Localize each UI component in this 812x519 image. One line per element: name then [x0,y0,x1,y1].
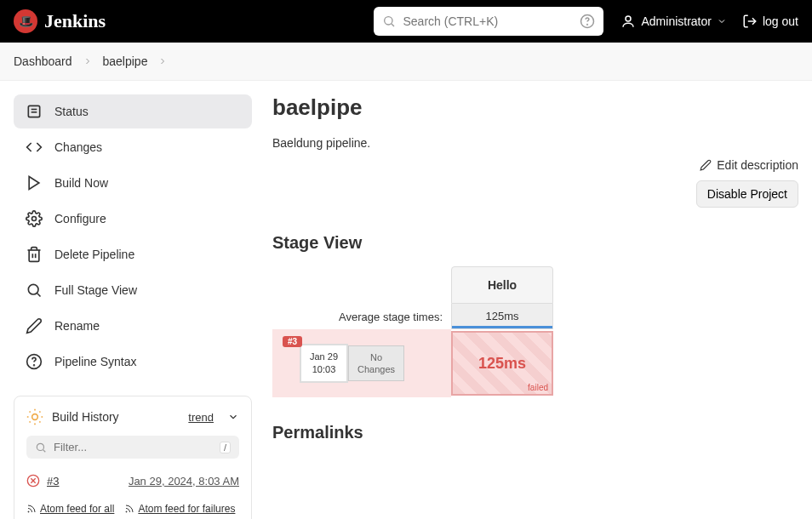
sidebar-item-label: Rename [54,319,100,333]
sidebar-item-changes[interactable]: Changes [14,130,252,164]
svg-point-13 [28,284,38,294]
failed-icon [26,474,40,488]
svg-line-24 [30,421,31,422]
sidebar-item-label: Changes [54,140,102,154]
avg-stage-label: Average stage times: [272,304,451,329]
svg-line-1 [392,24,394,26]
search-icon [35,442,47,453]
svg-line-20 [30,412,31,413]
sun-icon [26,408,43,425]
svg-line-27 [43,449,46,452]
trash-icon [26,246,43,263]
chevron-right-icon [83,56,93,66]
sidebar-item-label: Status [54,105,89,118]
disable-project-button[interactable]: Disable Project [696,180,798,208]
sidebar-item-label: Build Now [54,176,108,190]
brand-text: Jenkins [44,10,106,32]
jenkins-logo[interactable]: 🎩 Jenkins [14,9,106,33]
sidebar-item-full-stage[interactable]: Full Stage View [14,273,252,307]
stage-status: failed [528,383,548,392]
user-menu[interactable]: Administrator [620,14,726,29]
svg-point-0 [385,17,392,25]
breadcrumb-baelpipe[interactable]: baelpipe [103,54,148,68]
svg-point-4 [626,16,631,21]
chevron-right-icon [157,56,168,66]
changes-icon [26,139,43,156]
build-date[interactable]: Jan 29, 2024, 8:03 AM [129,475,239,488]
sidebar-item-rename[interactable]: Rename [14,309,252,343]
svg-marker-9 [29,177,39,190]
page-description: Baeldung pipeline. [272,136,798,150]
breadcrumb-dashboard[interactable]: Dashboard [14,54,72,68]
svg-point-16 [34,365,35,366]
run-changes: No Changes [348,345,404,382]
sidebar-item-configure[interactable]: Configure [14,202,252,236]
edit-description-link[interactable]: Edit description [700,158,798,172]
sidebar-item-pipeline-syntax[interactable]: Pipeline Syntax [14,345,252,379]
sidebar-item-delete[interactable]: Delete Pipeline [14,237,252,271]
sidebar-item-label: Delete Pipeline [54,248,134,261]
stage-run-row[interactable]: #3 Jan 29 10:03 No Changes [272,329,451,397]
sidebar-item-status[interactable]: Status [14,94,252,128]
run-date: Jan 29 10:03 [300,344,348,384]
svg-line-21 [39,421,40,422]
search-box[interactable] [374,7,603,36]
svg-point-17 [32,414,38,420]
trend-link[interactable]: trend [188,411,214,424]
stage-avg-value: 125ms [451,304,553,329]
build-number[interactable]: #3 [47,475,59,488]
chevron-down-icon[interactable] [227,411,239,423]
filter-shortcut: / [220,442,231,453]
sidebar-item-build-now[interactable]: Build Now [14,166,252,200]
sidebar-item-label: Pipeline Syntax [54,355,137,368]
history-title: Build History [52,410,180,424]
help-icon[interactable] [580,14,595,29]
svg-point-31 [28,511,29,512]
search-icon [26,282,43,299]
permalinks-title: Permalinks [272,423,798,442]
filter-input[interactable] [54,441,213,453]
svg-point-32 [126,511,127,512]
play-icon [26,174,43,191]
svg-point-26 [37,443,43,450]
stage-view-title: Stage View [272,233,798,253]
user-icon [620,14,636,29]
run-badge: #3 [283,336,302,347]
chevron-down-icon [717,16,727,26]
build-row[interactable]: #3 Jan 29, 2024, 8:03 AM [26,467,239,494]
page-title: baelpipe [272,94,798,121]
atom-feed-all[interactable]: Atom feed for all [26,503,114,515]
svg-point-3 [587,24,588,25]
stage-result-cell[interactable]: 125ms failed [451,331,553,396]
stage-view: Average stage times: #3 Jan 29 10:03 No … [272,266,798,397]
jenkins-mascot-icon: 🎩 [14,9,37,33]
gear-icon [26,210,43,227]
build-history-panel: Build History trend / #3 Jan 29, 2024, 8… [14,396,252,519]
rss-icon [124,504,134,514]
status-icon [26,103,43,120]
sidebar-item-label: Full Stage View [54,283,137,297]
svg-line-25 [39,412,40,413]
breadcrumb: Dashboard baelpipe [0,43,812,81]
svg-point-10 [32,217,37,221]
pencil-icon [26,317,43,334]
atom-feed-failures[interactable]: Atom feed for failures [124,503,235,515]
search-input[interactable] [403,14,573,28]
svg-line-14 [37,294,41,297]
stage-column-header: Hello [451,266,553,304]
rss-icon [26,504,37,514]
pencil-icon [700,159,712,171]
help-circle-icon [26,353,43,370]
logout-icon [742,14,758,29]
logout-link[interactable]: log out [742,14,798,29]
stage-time: 125ms [478,355,526,373]
sidebar-item-label: Configure [54,212,106,225]
filter-box[interactable]: / [26,436,239,459]
search-icon [382,14,396,28]
